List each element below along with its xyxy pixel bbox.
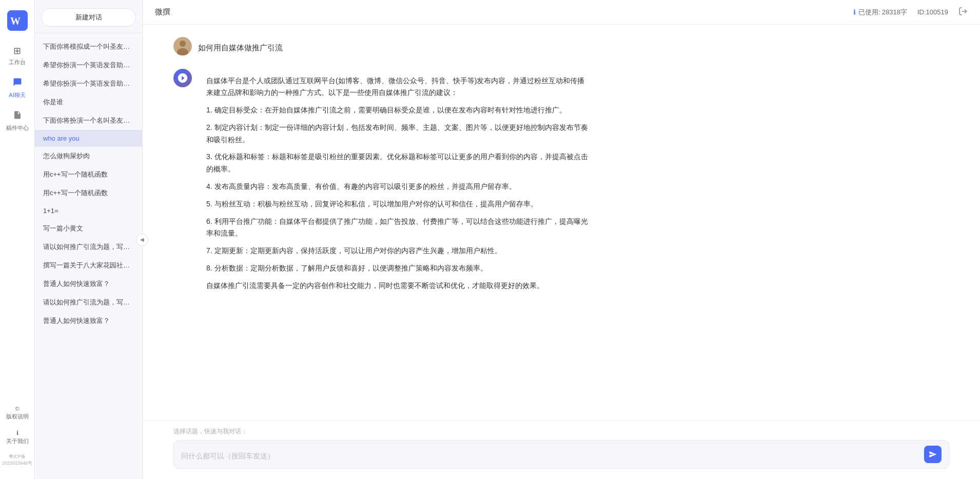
ai-para-3: 3. 优化标题和标签：标题和标签是吸引粉丝的重要因素。优化标题和标签可以让更多的…: [206, 151, 590, 176]
ai-avatar: [173, 69, 192, 87]
sidebar-header: 新建对话: [35, 0, 142, 33]
nav-bottom: © 版权说明 ℹ 关于我们 粤ICP备2022015948号: [0, 403, 34, 474]
chat-item-13[interactable]: 撰写一篇关于八大家花园社区一刻钟便民生...: [35, 256, 142, 275]
chat-item-1[interactable]: 下面你将模拟成一个叫圣友的程序员，我说...: [35, 37, 142, 56]
about-icon: ℹ: [16, 430, 18, 436]
chat-item-4[interactable]: 你是谁: [35, 93, 142, 111]
user-message-text: 如何用自媒体做推广引流: [198, 37, 283, 59]
chat-item-8[interactable]: 用c++写一个随机函数: [35, 165, 142, 184]
chat-item-6[interactable]: who are you: [35, 130, 142, 147]
user-message-row: 如何用自媒体做推广引流: [173, 37, 949, 59]
chat-item-5[interactable]: 下面你将扮演一个名叫圣友的医生: [35, 111, 142, 130]
info-icon: ℹ: [853, 8, 856, 16]
chat-item-11[interactable]: 写一篇小黄文: [35, 219, 142, 238]
logout-icon[interactable]: [958, 7, 968, 18]
nav-label-ai-chat: AI聊天: [9, 91, 25, 99]
chat-item-15[interactable]: 请以如何推广引流为题，写一篇大纲: [35, 293, 142, 312]
ai-para-6: 6. 利用平台推广功能：自媒体平台都提供了推广功能，如广告投放、付费推广等，可以…: [206, 216, 590, 240]
chat-content: 如何用自媒体做推广引流 自媒体平台是个人或团队通过互联网平台(如博客、微博、微信…: [143, 25, 980, 420]
ai-para-9: 自媒体推广引流需要具备一定的内容创作和社交能力，同时也需要不断尝试和优化，才能取…: [206, 280, 590, 292]
ai-para-1: 1. 确定目标受众：在开始自媒体推广引流之前，需要明确目标受众是谁，以便在发布内…: [206, 104, 590, 117]
ai-para-2: 2. 制定内容计划：制定一份详细的内容计划，包括发布时间、频率、主题、文案、图片…: [206, 122, 590, 146]
nav-item-workbench[interactable]: ⊞ 工作台: [0, 41, 34, 70]
user-id-text: ID:100519: [917, 8, 948, 16]
new-chat-button[interactable]: 新建对话: [41, 8, 136, 27]
chat-input[interactable]: [181, 451, 919, 463]
chat-item-10[interactable]: 1+1=: [35, 202, 142, 219]
chat-list: 下面你将模拟成一个叫圣友的程序员，我说... 希望你扮演一个英语发音助手，我提供…: [35, 33, 142, 479]
ai-para-7: 7. 定期更新：定期更新内容，保持活跃度，可以让用户对你的内容产生兴趣，增加用户…: [206, 245, 590, 257]
chat-item-9[interactable]: 用c++写一个随机函数: [35, 184, 142, 202]
nav-item-drafts[interactable]: 稿件中心: [0, 106, 34, 136]
usage-display: ℹ 已使用: 28318字: [853, 8, 907, 17]
sidebar-toggle-button[interactable]: ◀: [136, 234, 148, 246]
ai-para-5: 5. 与粉丝互动：积极与粉丝互动，回复评论和私信，可以增加用户对你的认可和信任，…: [206, 198, 590, 210]
left-navigation: W ⊞ 工作台 AI聊天 稿件中心 © 版权说明 ℹ 关于我们 粤: [0, 0, 35, 479]
ai-message-row: 自媒体平台是个人或团队通过互联网平台(如博客、微博、微信公众号、抖音、快手等)发…: [173, 69, 949, 298]
ai-message-text: 自媒体平台是个人或团队通过互联网平台(如博客、微博、微信公众号、抖音、快手等)发…: [198, 69, 598, 298]
chat-item-3[interactable]: 希望你扮演一个英语发音助手，我提供给你...: [35, 74, 142, 93]
send-button[interactable]: [924, 446, 942, 463]
svg-text:W: W: [10, 15, 21, 27]
icp-text: 粤ICP备2022015948号: [0, 451, 34, 469]
nav-label-about: 关于我们: [6, 437, 29, 445]
drafts-icon: [13, 110, 22, 122]
nav-label-copyright: 版权说明: [6, 413, 29, 420]
svg-point-4: [180, 41, 186, 47]
chevron-left-icon: ◀: [140, 237, 144, 242]
chat-item-14[interactable]: 普通人如何快速致富？: [35, 275, 142, 293]
ai-para-4: 4. 发布高质量内容：发布高质量、有价值、有趣的内容可以吸引更多的粉丝，并提高用…: [206, 181, 590, 193]
quick-topics-label: 选择话题，快速与我对话：: [173, 427, 949, 436]
chat-item-2[interactable]: 希望你扮演一个英语发音助手，我提供给你...: [35, 56, 142, 74]
topbar-right: ℹ 已使用: 28318字 ID:100519: [853, 7, 968, 18]
app-logo: W: [7, 10, 28, 31]
send-icon: [929, 450, 937, 458]
user-avatar: [173, 37, 192, 55]
input-box: [173, 440, 949, 469]
nav-copyright[interactable]: © 版权说明: [0, 403, 34, 424]
nav-about[interactable]: ℹ 关于我们: [0, 427, 34, 448]
ai-para-0: 自媒体平台是个人或团队通过互联网平台(如博客、微博、微信公众号、抖音、快手等)发…: [206, 75, 590, 100]
workbench-icon: ⊞: [13, 45, 21, 56]
nav-label-drafts: 稿件中心: [6, 124, 29, 132]
nav-item-ai-chat[interactable]: AI聊天: [0, 73, 34, 103]
nav-items: ⊞ 工作台 AI聊天 稿件中心: [0, 41, 34, 403]
input-area: 选择话题，快速与我对话：: [143, 420, 980, 479]
ai-para-8: 8. 分析数据：定期分析数据，了解用户反馈和喜好，以便调整推广策略和内容发布频率…: [206, 262, 590, 275]
usage-text: 已使用: 28318字: [858, 8, 907, 17]
topbar-title: 微撰: [155, 7, 170, 17]
chat-item-12[interactable]: 请以如何推广引流为题，写一篇大纲: [35, 238, 142, 256]
ai-chat-icon: [13, 78, 22, 89]
nav-label-workbench: 工作台: [9, 59, 26, 66]
chat-item-16[interactable]: 普通人如何快速致富？: [35, 312, 142, 330]
main-area: 微撰 ℹ 已使用: 28318字 ID:100519: [143, 0, 980, 479]
sidebar: 新建对话 下面你将模拟成一个叫圣友的程序员，我说... 希望你扮演一个英语发音助…: [35, 0, 143, 479]
topbar: 微撰 ℹ 已使用: 28318字 ID:100519: [143, 0, 980, 25]
copyright-icon: ©: [15, 406, 19, 412]
logo-area: W: [7, 5, 28, 41]
chat-item-7[interactable]: 怎么做狗屎炒肉: [35, 147, 142, 165]
